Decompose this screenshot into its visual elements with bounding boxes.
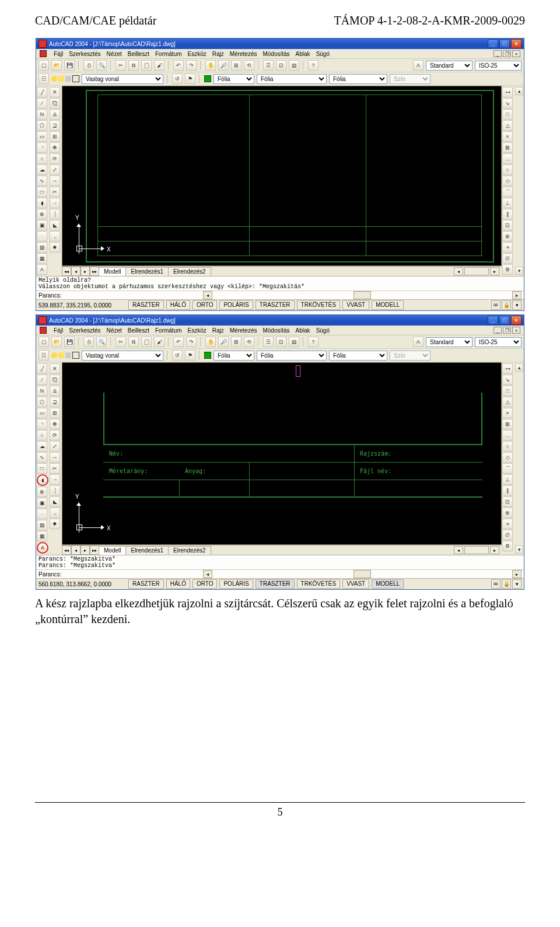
status-toggle[interactable]: VVAST — [342, 300, 369, 310]
layer-on-icon[interactable] — [51, 352, 57, 358]
command-prompt[interactable]: Parancs: — [38, 292, 61, 299]
hscroll-thumb[interactable] — [464, 546, 489, 554]
revcloud-icon[interactable]: ☁ — [37, 441, 47, 452]
insert-icon[interactable]: ⊕ — [37, 209, 47, 219]
menu-item[interactable]: Módosítás — [262, 51, 289, 57]
menu-item[interactable]: Módosítás — [262, 327, 289, 334]
arc-icon[interactable]: ◝ — [37, 142, 47, 153]
explode-icon[interactable]: ✸ — [50, 519, 60, 529]
menu-item[interactable]: Nézet — [107, 327, 122, 334]
tab-nav-first[interactable]: ◂◂ — [62, 545, 71, 555]
tab-nav-prev[interactable]: ◂ — [71, 545, 80, 555]
array-icon[interactable]: ⊞ — [50, 131, 60, 142]
layer-prev-icon[interactable]: ↺ — [172, 350, 183, 361]
cmd-scroll-right[interactable]: ▸ — [512, 570, 522, 578]
revcloud-icon[interactable]: ☁ — [37, 165, 47, 175]
minimize-button[interactable]: _ — [488, 39, 498, 48]
ellipse-icon[interactable]: ⬭ — [37, 187, 47, 197]
snap-near-icon[interactable]: ⌖ — [502, 242, 513, 253]
text-icon-highlighted[interactable]: A — [37, 542, 48, 554]
snap-ins-icon[interactable]: ⊡ — [502, 496, 513, 507]
menu-item[interactable]: Nézet — [107, 51, 122, 57]
hatch-icon[interactable]: ▨ — [37, 242, 47, 253]
snap-end-icon[interactable]: □ — [502, 109, 513, 120]
designcenter-icon[interactable]: ⊡ — [276, 337, 286, 347]
titlebar[interactable]: AutoCAD 2004 - [J:\Támop\AutoCAD\Rajz1.d… — [36, 315, 524, 326]
layermgr-icon[interactable]: ☷ — [38, 350, 49, 361]
drawing-canvas-1[interactable]: XY — [62, 86, 502, 266]
text-icon[interactable]: A — [37, 264, 47, 275]
tab-model[interactable]: Modell — [99, 546, 126, 555]
tray-lock-icon[interactable]: 🔒 — [502, 300, 511, 310]
region-icon[interactable]: ▦ — [37, 253, 47, 264]
status-toggle[interactable]: TRKÖVETÉS — [297, 579, 341, 589]
zoom-icon[interactable]: 🔎 — [218, 337, 229, 347]
layermgr-icon[interactable]: ☷ — [38, 74, 49, 84]
stretch-icon[interactable]: ↔ — [50, 176, 60, 186]
status-toggle[interactable]: TRASZTER — [256, 579, 295, 589]
menu-item[interactable]: Beilleszt — [128, 51, 149, 57]
array-icon[interactable]: ⊞ — [50, 408, 60, 418]
fillet-icon[interactable]: ◟ — [50, 231, 60, 242]
linetype-select[interactable]: Fólia — [257, 351, 327, 361]
trim-icon[interactable]: ✂ — [50, 187, 60, 197]
circle-icon[interactable]: ○ — [37, 153, 47, 164]
matchprop-icon[interactable]: 🖌 — [154, 337, 164, 347]
zoom-window-icon[interactable]: ⊞ — [231, 60, 242, 71]
plotstyle-select[interactable]: Szín — [390, 351, 430, 361]
layer-freeze-icon[interactable] — [58, 76, 64, 82]
snap-par-icon[interactable]: ∥ — [502, 209, 513, 219]
properties-icon[interactable]: ☰ — [263, 60, 274, 71]
break-icon[interactable]: ┊ — [50, 485, 60, 496]
cmd-scroll-left[interactable]: ◂ — [203, 570, 212, 578]
snap-none-icon[interactable]: ∅ — [502, 530, 513, 540]
properties-icon[interactable]: ☰ — [263, 337, 274, 347]
snap-tan-icon[interactable]: ⌒ — [502, 463, 513, 474]
point-icon[interactable]: · — [37, 509, 47, 519]
rotate-icon[interactable]: ⟳ — [50, 153, 60, 164]
arc-icon[interactable]: ◝ — [37, 419, 47, 429]
snap-near-icon[interactable]: ⌖ — [502, 519, 513, 529]
copy-obj-icon[interactable]: ⿻ — [50, 375, 60, 385]
plotstyle-select[interactable]: Szín — [390, 74, 430, 84]
osnap-settings-icon[interactable]: ⚙ — [502, 264, 513, 275]
layer-states-icon[interactable]: ⚑ — [185, 350, 195, 361]
snap-ins-icon[interactable]: ⊡ — [502, 220, 513, 230]
xline-icon[interactable]: ∕ — [37, 375, 47, 385]
open-icon[interactable]: 📂 — [51, 337, 62, 347]
help-icon[interactable]: ? — [308, 337, 318, 347]
tab-nav-next[interactable]: ▸ — [80, 267, 90, 276]
mdi-minimize[interactable]: _ — [494, 50, 502, 57]
minimize-button[interactable]: _ — [488, 316, 498, 325]
preview-icon[interactable]: 🔍 — [96, 337, 107, 347]
mdi-close[interactable]: × — [512, 327, 520, 334]
mirror-icon[interactable]: Δ — [50, 386, 60, 396]
snap-from-icon[interactable]: ↘ — [502, 98, 513, 109]
close-button[interactable]: × — [511, 39, 522, 48]
rotate-icon[interactable]: ⟳ — [50, 430, 60, 440]
snap-cen-icon[interactable]: ○ — [502, 441, 513, 452]
menu-item[interactable]: Fájl — [54, 51, 63, 57]
snap-par-icon[interactable]: ∥ — [502, 485, 513, 496]
chamfer-icon[interactable]: ◣ — [50, 220, 60, 230]
hatch-icon[interactable]: ▨ — [37, 520, 47, 530]
snap-int-icon[interactable]: × — [502, 131, 513, 142]
maximize-button[interactable]: □ — [499, 316, 510, 325]
zoom-prev-icon[interactable]: ⟲ — [244, 60, 254, 71]
chamfer-icon[interactable]: ◣ — [50, 496, 60, 507]
snap-appint-icon[interactable]: ⊠ — [502, 419, 513, 429]
status-toggle[interactable]: POLÁRIS — [219, 300, 253, 310]
cmd-scroll-right[interactable]: ▸ — [512, 291, 522, 299]
scale-icon[interactable]: ⤢ — [50, 165, 60, 175]
dimstyle-select[interactable]: ISO-25 — [475, 61, 522, 71]
osnap-settings-icon[interactable]: ⚙ — [502, 541, 513, 551]
erase-icon[interactable]: ✕ — [50, 87, 60, 97]
color-swatch[interactable] — [204, 352, 211, 359]
lineweight-select[interactable]: Fólia — [329, 74, 387, 84]
status-toggle[interactable]: RASZTER — [128, 300, 164, 310]
layer-prev-icon[interactable]: ↺ — [172, 74, 183, 84]
redo-icon[interactable]: ↷ — [186, 337, 197, 347]
status-toggle[interactable]: RASZTER — [128, 579, 164, 589]
cut-icon[interactable]: ✂ — [116, 60, 126, 71]
status-toggle[interactable]: ORTO — [192, 300, 218, 310]
